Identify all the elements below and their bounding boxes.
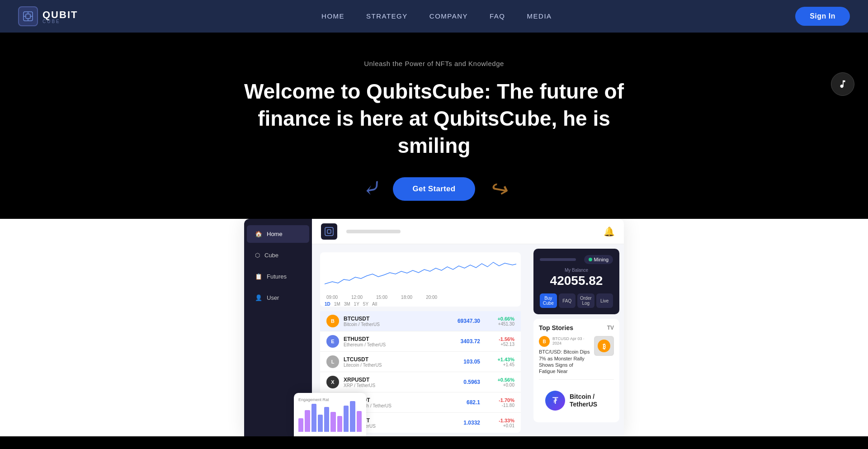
logo-text: QUBIT — [42, 9, 78, 20]
nav-company[interactable]: COMPANY — [429, 12, 468, 20]
table-row[interactable]: E ETHUSDT Ethereum / TetherUS 3403.72 -1… — [320, 331, 521, 352]
arrow-right-deco: ↪ — [487, 177, 509, 201]
mining-label: Mining — [594, 257, 609, 262]
uid-line — [540, 258, 576, 261]
home-icon: 🏠 — [255, 231, 262, 237]
get-started-button[interactable]: Get Started — [393, 177, 476, 201]
mining-status-dot — [589, 258, 592, 261]
chart-times: 09:00 12:00 15:00 18:00 20:00 — [325, 295, 516, 300]
balance-label: My Balance — [540, 268, 613, 273]
period-1d[interactable]: 1D — [325, 302, 330, 307]
eng-bar — [324, 407, 329, 432]
live-btn[interactable]: Live — [596, 293, 613, 308]
btc-tether-card[interactable]: ₮ Bitcoin / TetherUS — [539, 384, 614, 417]
user-icon: 👤 — [255, 294, 262, 301]
nav-links: HOME STRATEGY COMPANY FAQ MEDIA — [321, 12, 552, 20]
eng-bar — [318, 415, 323, 432]
table-row[interactable]: X XRPUSDT XRP / TetherUS 0.5963 +0.56% +… — [320, 372, 521, 392]
sidebar-home-label: Home — [267, 231, 283, 237]
dash-header: 🔔 — [312, 219, 624, 244]
story-badge: B — [539, 336, 550, 347]
ltc-icon: L — [326, 355, 339, 368]
btc-icon: B — [326, 315, 339, 327]
eng-bar — [337, 416, 342, 432]
story-item[interactable]: B BTCUSD Apr 03 · 2024 BTC/USD: Bitcoin … — [539, 336, 614, 379]
hero-tagline: Unleash the Power of NFTs and Knowledge — [364, 60, 504, 67]
mining-top: Mining — [540, 255, 613, 264]
sidebar-user-label: User — [267, 294, 279, 301]
period-5y[interactable]: 5Y — [363, 302, 368, 307]
nav-strategy[interactable]: STRATEGY — [366, 12, 408, 20]
mining-badge: Mining — [584, 255, 613, 264]
tether-icon: ₮ — [545, 391, 565, 411]
signin-button[interactable]: Sign In — [795, 7, 850, 26]
svg-rect-1 — [26, 14, 30, 19]
music-button[interactable] — [831, 72, 854, 96]
arrow-left-deco: ⤶ — [359, 177, 381, 201]
right-panel: Mining My Balance 42055.82 Buy Cube FAQ … — [529, 244, 624, 436]
buy-cube-btn[interactable]: Buy Cube — [540, 293, 557, 308]
chart-periods: 1D 1M 3M 1Y 5Y All — [325, 302, 516, 307]
logo[interactable]: QUBIT CUBE — [18, 6, 78, 26]
btc-names: BTCUSDT Bitcoin / TetherUS — [344, 316, 458, 327]
sidebar-item-user[interactable]: 👤 User — [247, 289, 309, 307]
period-1m[interactable]: 1M — [334, 302, 340, 307]
cube-icon: ⬡ — [255, 252, 260, 259]
table-row[interactable]: L LTCUSDT Litecoin / TetherUS 103.05 +1.… — [320, 352, 521, 372]
svg-text:₿: ₿ — [603, 343, 606, 350]
top-stories-title: Top Stories TV — [539, 324, 614, 331]
dash-logo-icon — [321, 223, 337, 240]
engagement-bars — [298, 405, 362, 432]
eng-bar — [305, 410, 310, 432]
dash-logo — [321, 223, 337, 240]
period-1y[interactable]: 1Y — [354, 302, 359, 307]
xrp-icon: X — [326, 376, 339, 388]
eng-bar — [330, 412, 335, 432]
sidebar-item-cube[interactable]: ⬡ Cube — [247, 246, 309, 264]
mining-actions: Buy Cube FAQ Order Log Live — [540, 293, 613, 308]
logo-icon — [18, 6, 38, 26]
hero-section: Unleash the Power of NFTs and Knowledge … — [0, 33, 868, 219]
balance-amount: 42055.82 — [540, 274, 613, 288]
period-all[interactable]: All — [372, 302, 377, 307]
order-log-btn[interactable]: Order Log — [577, 293, 594, 308]
tradingview-badge: TV — [607, 325, 614, 331]
story-meta: BTCUSD Apr 03 · 2024 — [552, 336, 590, 345]
story-text: BTC/USD: Bitcoin Dips 7% as Monster Rall… — [539, 349, 590, 374]
sidebar-item-home[interactable]: 🏠 Home — [247, 225, 309, 243]
price-chart — [325, 257, 516, 293]
dash-user-bar — [337, 230, 604, 233]
hero-cta-area: ⤶ Get Started ↪ — [361, 177, 507, 201]
nav-media[interactable]: MEDIA — [527, 12, 552, 20]
futures-icon: 📋 — [255, 273, 262, 280]
hero-title: Welcome to QubitsCube: The future of fin… — [240, 78, 628, 159]
bell-icon[interactable]: 🔔 — [604, 226, 615, 237]
story-thumb: ₿ — [594, 336, 614, 356]
chart-area: 09:00 12:00 15:00 18:00 20:00 1D 1M 3M 1… — [320, 252, 521, 307]
engagement-overlay: Engagement Rat — [294, 393, 366, 436]
eng-bar — [298, 418, 303, 432]
svg-rect-7 — [327, 230, 331, 233]
sidebar-futures-label: Futures — [267, 273, 287, 280]
nav-home[interactable]: HOME — [321, 12, 344, 20]
user-name-placeholder — [346, 230, 401, 233]
eng-bar — [357, 411, 362, 432]
mining-card: Mining My Balance 42055.82 Buy Cube FAQ … — [533, 249, 619, 314]
table-row[interactable]: B BTCUSDT Bitcoin / TetherUS 69347.30 +0… — [320, 311, 521, 331]
sidebar-item-futures[interactable]: 📋 Futures — [247, 268, 309, 285]
svg-rect-6 — [325, 227, 333, 236]
nav-faq[interactable]: FAQ — [490, 12, 505, 20]
sidebar-cube-label: Cube — [264, 252, 278, 259]
period-3m[interactable]: 3M — [344, 302, 350, 307]
bottom-card-title: Bitcoin / TetherUS — [570, 393, 608, 408]
eng-bar — [311, 404, 316, 432]
eth-icon: E — [326, 335, 339, 348]
faq-btn[interactable]: FAQ — [559, 293, 576, 308]
eng-bar — [344, 406, 349, 432]
navbar: QUBIT CUBE HOME STRATEGY COMPANY FAQ MED… — [0, 0, 868, 33]
eng-bar — [350, 401, 355, 432]
top-stories: Top Stories TV B BTCUSD Apr 03 · 2024 BT — [533, 319, 619, 422]
